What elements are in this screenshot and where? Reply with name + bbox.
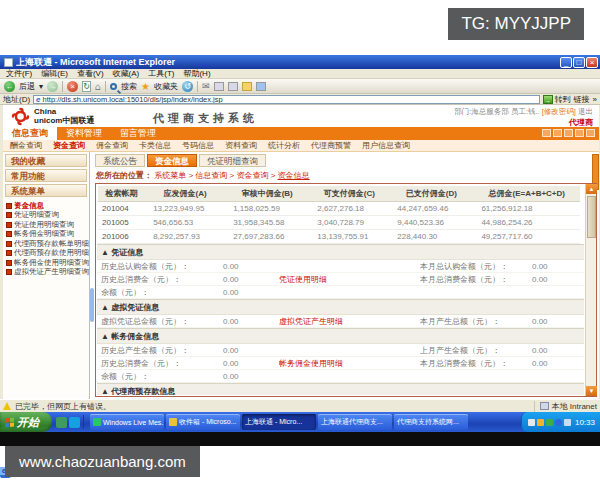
back-label[interactable]: 后退 [19, 81, 35, 92]
messenger-icon[interactable] [256, 82, 266, 91]
tab-voucher-detail[interactable]: 凭证明细查询 [199, 154, 266, 167]
go-label: 转到 [555, 94, 571, 105]
forward-icon[interactable]: → [47, 81, 58, 92]
windows-flag-icon [5, 417, 14, 427]
print-icon[interactable] [214, 82, 224, 91]
sidebar-group-common[interactable]: 常用功能 [5, 169, 87, 182]
change-password-link[interactable]: [修改密码] [542, 107, 576, 116]
search-label[interactable]: 搜索 [121, 81, 137, 92]
tray-icon[interactable] [564, 419, 571, 426]
menu-help[interactable]: 帮助(H) [183, 68, 210, 79]
breadcrumb-path[interactable]: 系统菜单 > 信息查询 > 资金查询 > [154, 171, 277, 180]
nav-window-icon[interactable] [575, 129, 584, 137]
subnav-item[interactable]: 号码信息 [182, 140, 214, 151]
start-button[interactable]: 开始 [0, 412, 52, 432]
sidebar-item-funds-info[interactable]: 资金信息 [3, 201, 89, 211]
show-desktop-icon[interactable] [56, 417, 67, 428]
tray-icon[interactable] [555, 419, 562, 426]
menu-view[interactable]: 查看(V) [77, 68, 104, 79]
tab-funds-info[interactable]: 资金信息 [147, 154, 197, 167]
edit-icon[interactable] [228, 82, 238, 91]
address-input[interactable]: e http://dls.sh.unicom.local:15010/dls/j… [33, 95, 539, 104]
subnav-item[interactable]: 用户信息查询 [362, 140, 410, 151]
nav-window-icon[interactable] [542, 129, 551, 137]
logout-link[interactable]: 退出 [578, 107, 593, 116]
nav-tab-message-mgmt[interactable]: 留言管理 [111, 127, 165, 140]
task-button-messenger[interactable]: Windows Live Mes... [90, 414, 164, 430]
sidebar-item[interactable]: 帐务佣金明细查询 [3, 230, 89, 240]
subnav-item[interactable]: 资料查询 [225, 140, 257, 151]
minimize-button[interactable]: _ [560, 57, 572, 68]
scroll-down-icon[interactable]: ▼ [586, 386, 597, 396]
sidebar-item[interactable]: 代理商预存款使用明细查询 [3, 249, 89, 259]
maximize-button[interactable]: □ [573, 57, 585, 68]
task-button-agent-system[interactable]: e 代理商支持系统网... [394, 414, 468, 430]
tray-icon[interactable] [546, 419, 553, 426]
page-error-warning-icon[interactable] [3, 402, 11, 410]
messenger-quicklaunch-icon[interactable] [69, 417, 80, 428]
content-scrollbar[interactable]: ▲ ▼ [585, 184, 596, 396]
nav-tab-data-mgmt[interactable]: 资料管理 [57, 127, 111, 140]
intranet-zone-icon [540, 402, 549, 410]
subnav-item[interactable]: 佣金查询 [96, 140, 128, 151]
virtual-voucher-detail-link[interactable]: 虚拟凭证产生明细 [279, 316, 420, 327]
subnav-item[interactable]: 酬金查询 [10, 140, 42, 151]
nav-tab-info-query[interactable]: 信息查询 [3, 127, 57, 140]
nav-window-icon[interactable] [586, 129, 595, 137]
nav-window-icon[interactable] [564, 129, 573, 137]
sidebar-item[interactable]: 凭证明细查询 [3, 211, 89, 221]
sidebar-item[interactable]: 虚拟凭证产生明细查询 [3, 268, 89, 278]
folder-icon[interactable] [242, 82, 252, 91]
menu-tools[interactable]: 工具(T) [148, 68, 174, 79]
refresh-icon[interactable]: ↻ [82, 81, 91, 92]
back-dropdown-icon[interactable]: ▾ [39, 82, 43, 91]
tray-icon[interactable] [528, 419, 535, 426]
search-icon[interactable] [110, 83, 117, 90]
sidebar-group-favorites[interactable]: 我的收藏 [5, 154, 87, 167]
subnav-item[interactable]: 卡类信息 [139, 140, 171, 151]
site-watermark-badge: www.chaozuanbang.com [5, 446, 200, 477]
col-d: 已支付佣金(D) [389, 186, 473, 202]
scroll-up-icon[interactable]: ▲ [586, 184, 597, 194]
sidebar-item[interactable]: 凭证使用明细查询 [3, 220, 89, 230]
task-button-inbox[interactable]: 收件箱 - Microso... [166, 414, 240, 430]
menu-edit[interactable]: 编辑(E) [41, 68, 68, 79]
section-header-voucher[interactable]: ▲ 凭证信息 [97, 244, 584, 260]
home-icon[interactable]: ⌂ [95, 81, 101, 92]
sidebar-item[interactable]: 代理商预存款帐单明细查询 [3, 239, 89, 249]
back-icon[interactable]: ← [4, 81, 15, 92]
menu-file[interactable]: 文件(F) [6, 68, 32, 79]
col-period: 检索帐期 [98, 186, 145, 202]
section-header-account-commission[interactable]: ▲ 帐务佣金信息 [97, 328, 584, 344]
voucher-usage-detail-link[interactable]: 凭证使用明细 [279, 274, 420, 285]
subnav-item-funds-query[interactable]: 资金查询 [53, 140, 85, 151]
commission-usage-detail-link[interactable]: 帐务佣金使用明细 [279, 358, 420, 369]
sidebar-item[interactable]: 帐务佣金使用明细查询 [3, 258, 89, 268]
nav-window-icon[interactable] [553, 129, 562, 137]
title-bar[interactable]: 上海联通 - Microsoft Internet Explorer _ □ × [0, 55, 600, 69]
links-chevron-icon[interactable]: » [593, 95, 597, 104]
sidebar-group-system-menu[interactable]: 系统菜单 [5, 184, 87, 197]
history-icon[interactable]: ↺ [182, 81, 193, 92]
section-header-virtual-voucher[interactable]: ▲ 虚拟凭证信息 [97, 299, 584, 315]
scroll-thumb[interactable] [587, 196, 596, 238]
favorites-star-icon[interactable]: ★ [141, 81, 150, 92]
tray-icon[interactable] [537, 419, 544, 426]
tab-system-notice[interactable]: 系统公告 [95, 154, 145, 167]
subnav-item[interactable]: 统计分析 [268, 140, 300, 151]
breadcrumb-current[interactable]: 资金信息 [278, 171, 310, 180]
go-button[interactable]: → 转到 [543, 94, 571, 105]
section-header-prepayment[interactable]: ▲ 代理商预存款信息 [97, 383, 584, 395]
favorites-label[interactable]: 收藏夹 [154, 81, 178, 92]
subnav-item[interactable]: 代理商预警 [311, 140, 351, 151]
task-button-shanghai-unicom-active[interactable]: e 上海联通 - Micro... [242, 414, 316, 430]
user-info-line: 部门:海总服务部 员工:钱.. [修改密码] 退出 [454, 107, 593, 117]
links-label[interactable]: 链接 [574, 94, 590, 105]
section-row: 历史总消费金（元）： 0.00 帐务佣金使用明细 本月总消费金额（元）： 0.0… [97, 357, 584, 370]
taskbar-clock[interactable]: 10:33 [575, 418, 595, 427]
mail-icon[interactable]: ✉ [202, 81, 210, 91]
stop-icon[interactable]: × [67, 81, 78, 92]
task-button-agent-portal[interactable]: e 上海联通代理商支... [318, 414, 392, 430]
menu-favorites[interactable]: 收藏(A) [113, 68, 140, 79]
close-button[interactable]: × [586, 57, 598, 68]
